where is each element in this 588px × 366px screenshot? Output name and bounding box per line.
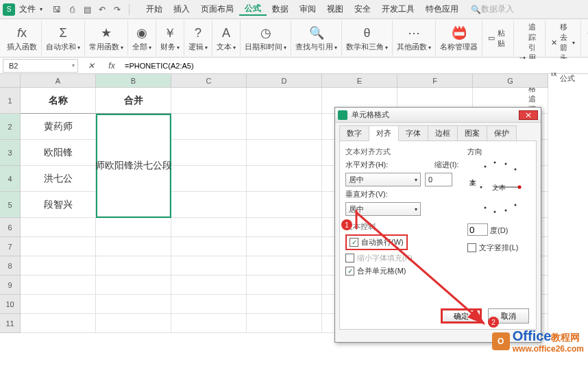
cell-a3[interactable]: 欧阳锋 xyxy=(21,140,96,166)
orientation-dial[interactable]: 文本 文本 xyxy=(467,160,522,215)
row-header-6[interactable]: 6 xyxy=(0,218,21,237)
col-header-e[interactable]: E xyxy=(322,74,397,88)
orientation-degree: 度(D) 文字竖排(L) xyxy=(467,223,529,256)
dlg-tab-border[interactable]: 边框 xyxy=(428,125,458,141)
row-header-2[interactable]: 2 xyxy=(0,114,21,140)
preview-icon[interactable]: ▤ xyxy=(82,4,93,15)
cell-a5[interactable]: 段智兴 xyxy=(21,192,96,218)
wrap-checkbox[interactable] xyxy=(350,238,358,247)
lookup-icon: 🔍 xyxy=(309,24,324,42)
cell-c1[interactable] xyxy=(171,88,247,114)
rb-insert-fn[interactable]: fx插入函数 xyxy=(3,21,42,56)
halign-select[interactable]: 居中 xyxy=(345,173,421,186)
rb-common[interactable]: ★常用函数▾ xyxy=(85,21,128,56)
tab-layout[interactable]: 页面布局 xyxy=(195,3,239,15)
tab-data[interactable]: 数据 xyxy=(267,3,294,15)
row-header-5[interactable]: 5 xyxy=(0,192,21,218)
cell-a2[interactable]: 黄药师 xyxy=(21,114,96,140)
rb-logic[interactable]: ?逻辑▾ xyxy=(184,21,212,56)
rb-finance[interactable]: ￥财务▾ xyxy=(156,21,184,56)
rb-lookup[interactable]: 🔍查找与引用▾ xyxy=(291,21,342,56)
tab-dev[interactable]: 开发工具 xyxy=(376,3,420,15)
row-header-8[interactable]: 8 xyxy=(0,256,21,276)
col-header-a[interactable]: A xyxy=(21,74,96,88)
indent-spinner[interactable]: 0 xyxy=(425,173,452,186)
row-header-11[interactable]: 11 xyxy=(0,314,21,333)
cell-a1[interactable]: 名称 xyxy=(21,88,96,114)
dlg-tab-font[interactable]: 字体 xyxy=(398,125,428,141)
shrink-checkbox[interactable] xyxy=(345,254,354,263)
tab-security[interactable]: 安全 xyxy=(349,3,376,15)
orientation-htext: 文本 xyxy=(492,183,506,193)
cell-c5[interactable] xyxy=(171,192,247,218)
rb-other[interactable]: ⋯其他函数▾ xyxy=(393,21,436,56)
cell-d3[interactable] xyxy=(247,140,322,166)
remove-arrow-icon: ✕ xyxy=(551,38,557,47)
row-header-1[interactable]: 1 xyxy=(0,88,21,114)
name-box[interactable]: B2 xyxy=(3,59,78,73)
cell-d2[interactable] xyxy=(247,114,322,140)
formula-input[interactable] xyxy=(122,59,588,73)
col-header-g[interactable]: G xyxy=(473,74,548,88)
annotation-marker-2: 2 xyxy=(488,317,499,328)
dlg-tab-pattern[interactable]: 图案 xyxy=(457,125,487,141)
col-header-b[interactable]: B xyxy=(96,74,171,88)
cell-d4[interactable] xyxy=(247,166,322,192)
degree-input[interactable] xyxy=(467,223,488,236)
rb-paste[interactable]: ▭粘贴 xyxy=(488,28,508,49)
col-header-c[interactable]: C xyxy=(171,74,247,88)
print-icon[interactable]: ⎙ xyxy=(66,4,77,15)
search-box[interactable]: 🔍 数据录入 xyxy=(471,3,514,15)
redo-icon[interactable]: ↷ xyxy=(112,4,123,15)
dialog-tabs: 数字 对齐 字体 边框 图案 保护 xyxy=(335,123,541,141)
rb-math[interactable]: θ数学和三角▾ xyxy=(342,21,393,56)
rb-text[interactable]: A文本▾ xyxy=(212,21,241,56)
row-header-10[interactable]: 10 xyxy=(0,295,21,314)
rb-datetime[interactable]: ◷日期和时间▾ xyxy=(241,21,291,56)
fx-button[interactable]: fx xyxy=(104,59,119,73)
row-header-7[interactable]: 7 xyxy=(0,237,21,256)
cell-c3[interactable] xyxy=(171,140,247,166)
cancel-icon[interactable]: ✕ xyxy=(84,59,99,73)
col-header-f[interactable]: F xyxy=(397,74,473,88)
dlg-tab-protect[interactable]: 保护 xyxy=(487,125,517,141)
tab-special[interactable]: 特色应用 xyxy=(420,3,464,15)
save-icon[interactable]: 🖫 xyxy=(51,4,62,15)
dialog-close-button[interactable] xyxy=(519,110,538,120)
select-all-corner[interactable] xyxy=(0,74,21,88)
orientation-title: 方向 xyxy=(467,147,529,157)
col-header-d[interactable]: D xyxy=(247,74,322,88)
undo-icon[interactable]: ↶ xyxy=(97,4,108,15)
row-header-3[interactable]: 3 xyxy=(0,140,21,166)
cell-a4[interactable]: 洪七公 xyxy=(21,166,96,192)
cell-d1[interactable] xyxy=(247,88,322,114)
tab-view[interactable]: 视图 xyxy=(321,3,349,15)
tab-home[interactable]: 开始 xyxy=(140,3,168,15)
cell-c4[interactable] xyxy=(171,166,247,192)
rb-all[interactable]: ◉全部▾ xyxy=(128,21,156,56)
dialog-titlebar[interactable]: 单元格格式 xyxy=(335,108,541,123)
file-menu-drop[interactable]: ▾ xyxy=(40,6,42,12)
clock-icon: ◷ xyxy=(260,24,271,42)
ok-button[interactable]: 确定 xyxy=(441,308,482,324)
svg-point-6 xyxy=(494,162,496,164)
dlg-tab-align[interactable]: 对齐 xyxy=(369,125,399,141)
rb-autosum[interactable]: Σ自动求和▾ xyxy=(42,21,85,56)
row-header-4[interactable]: 4 xyxy=(0,166,21,192)
tab-insert[interactable]: 插入 xyxy=(168,3,195,15)
svg-point-2 xyxy=(515,169,517,171)
row-header-9[interactable]: 9 xyxy=(0,276,21,295)
tab-formula[interactable]: 公式 xyxy=(239,3,267,16)
rb-name-manager[interactable]: 📛名称管理器 xyxy=(436,21,482,56)
cell-b1[interactable]: 合并 xyxy=(96,88,171,114)
tab-review[interactable]: 审阅 xyxy=(294,3,321,15)
cell-d5[interactable] xyxy=(247,192,322,218)
rb-remove-arrow[interactable]: ✕移去箭头▾ xyxy=(551,22,575,63)
valign-select[interactable]: 居中 xyxy=(345,202,421,216)
dlg-tab-number[interactable]: 数字 xyxy=(339,125,369,141)
merge-checkbox[interactable] xyxy=(345,267,354,276)
file-menu[interactable]: 文件 xyxy=(19,3,36,15)
cell-c2[interactable] xyxy=(171,114,247,140)
vertical-text-checkbox[interactable] xyxy=(467,243,476,252)
svg-point-4 xyxy=(505,163,507,165)
